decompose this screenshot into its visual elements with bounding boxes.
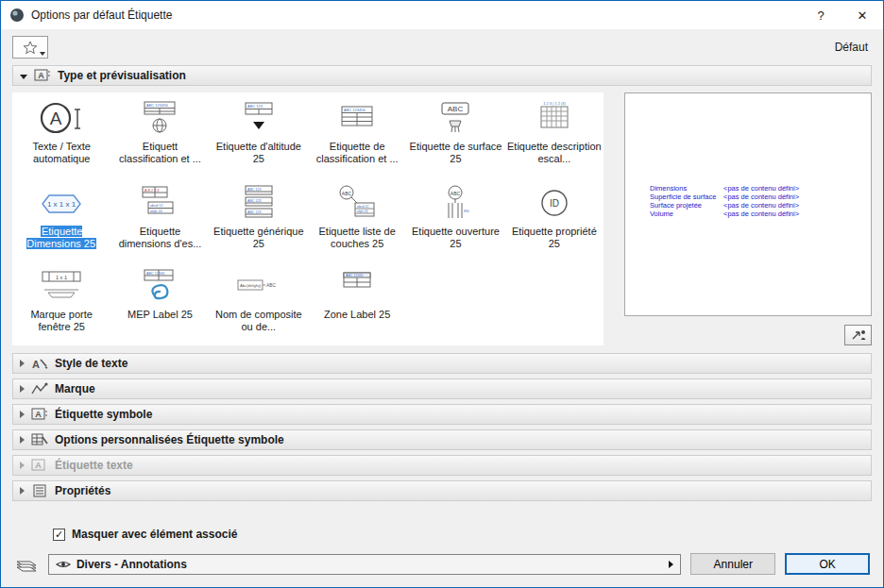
generic-label-icon: ABC 123 ABC 123 ABC 123 — [234, 183, 283, 225]
label-type-liste-couches[interactable]: ABC abcd 12 efgh 24 Etiquette liste de c… — [308, 179, 406, 262]
svg-text:ABC 123456: ABC 123456 — [344, 108, 366, 112]
zone-label-icon: ABC 12345 — [332, 266, 382, 308]
section-label: Style de texte — [55, 357, 128, 370]
label-type-ouverture[interactable]: ABC 890 Etiquette ouverture 25 — [406, 179, 504, 262]
svg-text:Abc(defghij): Abc(defghij) — [240, 283, 262, 288]
svg-text:efgh 24: efgh 24 — [357, 210, 367, 213]
label-type-caption: Etiquette description escal... — [507, 141, 602, 164]
label-type-caption: Etiquette d'altitude 25 — [216, 141, 301, 164]
section-type-preview[interactable]: A Type et prévisualisation — [12, 65, 872, 86]
svg-text:ABC 12345: ABC 12345 — [346, 274, 363, 277]
svg-text:A: A — [35, 461, 42, 470]
star-icon — [23, 41, 38, 55]
chevron-right-icon — [20, 360, 25, 367]
label-type-caption: Etiquette propriété 25 — [512, 226, 597, 249]
label-type-composite[interactable]: Abc(defghij) ABC Nom de composite ou de.… — [210, 262, 308, 344]
label-type-grid: A Texte / Texte automatique ABC 123456 — [12, 92, 604, 345]
label-settings-dialog: Options par défaut Étiquette ? ✕ Défaut … — [0, 0, 884, 588]
mep-label-icon: ABC 12345 — [135, 266, 184, 308]
svg-text:abcd 12: abcd 12 — [150, 204, 163, 208]
section-style-de-texte[interactable]: A Style de texte — [12, 353, 872, 374]
layers-button[interactable] — [14, 555, 39, 574]
hide-with-element-checkbox[interactable]: ✓ — [53, 529, 65, 541]
label-type-generique[interactable]: ABC 123 ABC 123 ABC 123 Etiquette généri… — [210, 179, 308, 262]
label-type-classification-2[interactable]: ABC 123456 Etiquette de classification e… — [308, 94, 406, 179]
stair-dimensions-icon: A B 2 3 3 abcd 12 efgh 24 — [135, 183, 184, 225]
label-type-classification-1[interactable]: ABC 123456 Etiquett classification et ..… — [110, 94, 209, 179]
svg-text:ABC 123: ABC 123 — [247, 104, 264, 109]
text-auto-icon: A — [37, 98, 86, 140]
section-label: Étiquette texte — [55, 459, 133, 472]
label-type-zone[interactable]: ABC 12345 Zone Label 25 — [308, 262, 406, 344]
svg-text:1 x 1 x 1: 1 x 1 x 1 — [47, 200, 76, 209]
svg-text:1 2 3 | 1 2 (3): 1 2 3 | 1 2 (3) — [543, 101, 566, 106]
window-title: Options par défaut Étiquette — [31, 8, 800, 22]
custom-options-icon — [31, 433, 48, 446]
label-type-texte-automatique[interactable]: A Texte / Texte automatique — [12, 94, 110, 179]
section-label: Type et prévisualisation — [58, 69, 186, 82]
label-type-porte-fenetre[interactable]: 1 x 1 Marque porte fenêtre 25 — [12, 262, 110, 344]
chevron-right-icon — [20, 436, 25, 444]
chevron-right-icon — [20, 411, 25, 418]
label-type-altitude[interactable]: ABC 123 Etiquette d'altitude 25 — [210, 94, 308, 179]
pick-up-parameters-button[interactable] — [844, 325, 872, 345]
label-type-caption-selected: Etiquette Dimensions 25 — [26, 226, 96, 249]
preview-field-name: Superficie de surface — [650, 193, 723, 201]
label-type-dimensions-escalier[interactable]: A B 2 3 3 abcd 12 efgh 24 Etiquette dime… — [110, 179, 209, 262]
layer-value: Divers - Annotations — [76, 558, 187, 571]
label-type-propriete[interactable]: ID Etiquette propriété 25 — [505, 179, 604, 262]
cancel-button[interactable]: Annuler — [690, 553, 775, 575]
symbol-label-icon: A — [31, 408, 48, 421]
label-type-description-escalier[interactable]: 1 2 3 | 1 2 (3) Etiquette description es… — [505, 94, 604, 179]
toolbar: Défaut — [1, 29, 883, 65]
close-button[interactable]: ✕ — [842, 1, 883, 29]
section-options-personnalisees[interactable]: Options personnalisées Étiquette symbole — [12, 429, 872, 450]
label-type-caption: Etiquette liste de couches 25 — [318, 226, 395, 249]
spacer — [1, 506, 883, 528]
help-button[interactable]: ? — [800, 1, 842, 29]
svg-text:A: A — [32, 359, 40, 370]
label-type-caption: Texte / Texte automatique — [32, 141, 91, 164]
label-type-mep[interactable]: ABC 12345 MEP Label 25 — [110, 262, 209, 344]
svg-text:ABC 12345: ABC 12345 — [146, 272, 164, 276]
label-type-caption: Nom de composite ou de... — [215, 309, 302, 332]
section-label: Options personnalisées Étiquette symbole — [55, 433, 284, 446]
label-type-dimensions[interactable]: 1 x 1 x 1 Etiquette Dimensions 25 — [12, 179, 110, 262]
section-label: Propriétés — [55, 484, 110, 497]
door-window-marker-icon: 1 x 1 — [37, 266, 86, 308]
layers-icon — [15, 557, 38, 572]
combo-arrow-icon — [669, 561, 673, 568]
section-etiquette-symbole[interactable]: A Étiquette symbole — [12, 404, 872, 425]
svg-text:ABC 123: ABC 123 — [247, 188, 261, 192]
label-type-surface[interactable]: ABC Etiquette de surface 25 — [406, 94, 504, 179]
section-etiquette-texte: A Étiquette texte — [12, 455, 872, 476]
preview-field-value: <pas de contenu défini> — [723, 184, 799, 193]
label-type-caption: Etiquette dimensions d'es... — [119, 226, 202, 249]
titlebar: Options par défaut Étiquette ? ✕ — [1, 1, 883, 29]
preview-row: Volume <pas de contenu défini> — [650, 210, 799, 218]
section-label: Marque — [55, 382, 95, 395]
preview-field-value: <pas de contenu défini> — [723, 201, 799, 210]
section-marque[interactable]: Marque — [12, 378, 872, 399]
favorites-button[interactable] — [12, 36, 48, 59]
svg-text:A: A — [38, 71, 44, 80]
label-type-caption: Etiquette ouverture 25 — [412, 226, 500, 249]
svg-text:890: 890 — [464, 210, 469, 213]
altitude-icon: ABC 123 — [234, 98, 283, 140]
preview-field-name: Volume — [650, 210, 723, 218]
default-label: Défaut — [835, 41, 868, 54]
section-proprietes[interactable]: Propriétés — [12, 480, 872, 501]
properties-icon — [31, 484, 48, 497]
svg-text:ABC: ABC — [450, 191, 461, 196]
hide-with-element-row: ✓ Masquer avec élément associé — [53, 528, 883, 541]
svg-text:A: A — [50, 109, 62, 128]
svg-text:A: A — [35, 410, 42, 419]
svg-text:ID: ID — [550, 198, 559, 209]
type-preview-icon: A — [34, 69, 51, 82]
dimensions-hexagon-icon: 1 x 1 x 1 — [37, 183, 86, 225]
ok-button[interactable]: OK — [785, 553, 870, 575]
layer-selector[interactable]: Divers - Annotations — [48, 554, 681, 575]
marker-icon — [31, 382, 48, 395]
label-type-caption: Etiquette générique 25 — [213, 226, 303, 249]
eye-icon — [56, 560, 71, 569]
